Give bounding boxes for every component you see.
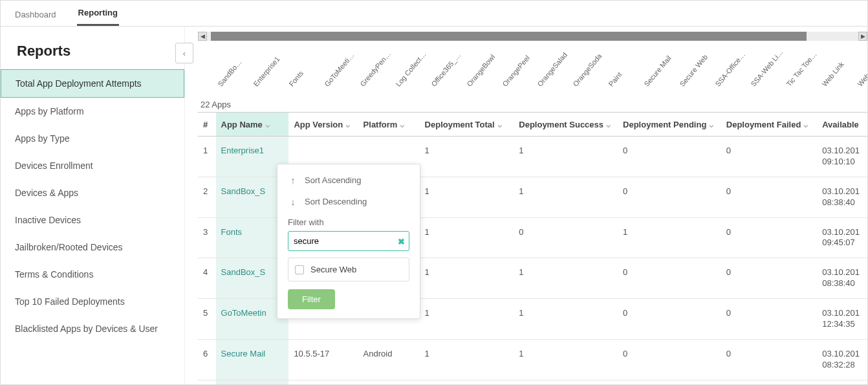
- cell-success: 1: [514, 339, 618, 380]
- filter-button[interactable]: Filter: [288, 289, 335, 309]
- cell-platform: Windows Mobile: [358, 380, 420, 385]
- cell-success: 1: [514, 137, 618, 177]
- cell-total: 1: [420, 299, 514, 340]
- cell-pending: 0: [618, 258, 721, 299]
- report-item[interactable]: Apps by Platform: [1, 98, 184, 125]
- cell-total: 1: [420, 339, 514, 380]
- cell-success: 1: [514, 380, 618, 385]
- sidebar-title: Reports: [1, 27, 184, 69]
- cell-total: 1: [420, 217, 514, 258]
- cell-failed: 0: [721, 137, 817, 177]
- cell-failed: 0: [721, 177, 817, 217]
- report-item[interactable]: Devices & Apps: [1, 179, 184, 206]
- chart-scrollbar[interactable]: ◀ ▶: [204, 32, 861, 41]
- cell-pending: 0: [618, 380, 721, 385]
- chart-axis-strip: ◀ ▶ SandBo…Enterprise1FontsGoToMeeti…Gre…: [198, 32, 867, 93]
- cell-failed: 0: [721, 217, 817, 258]
- cell-app-name[interactable]: Secure Mail: [216, 339, 289, 380]
- filter-option-row[interactable]: Secure Web: [288, 258, 409, 281]
- cell-platform: Android: [358, 339, 420, 380]
- col-platform[interactable]: Platform⌄: [358, 113, 420, 137]
- cell-num: 2: [198, 177, 216, 217]
- report-list: Total App Deployment AttemptsApps by Pla…: [1, 69, 184, 342]
- filter-with-label: Filter with: [277, 212, 420, 231]
- checkbox-icon[interactable]: [295, 265, 304, 274]
- col-deploy-success[interactable]: Deployment Success⌄: [514, 113, 618, 137]
- report-item[interactable]: Total App Deployment Attempts: [1, 69, 184, 98]
- cell-num: 3: [198, 217, 216, 258]
- cell-app-name[interactable]: GreedyPenguins: [216, 380, 289, 385]
- cell-num: 7: [198, 380, 216, 385]
- chevron-down-icon[interactable]: ⌄: [264, 119, 272, 129]
- cell-success: 0: [514, 217, 618, 258]
- cell-pending: 0: [618, 339, 721, 380]
- sort-ascending-option[interactable]: ↑ Sort Ascending: [277, 170, 420, 191]
- chevron-down-icon[interactable]: ⌄: [708, 119, 715, 129]
- cell-failed: 0: [721, 380, 817, 385]
- col-deploy-total[interactable]: Deployment Total⌄: [420, 113, 514, 137]
- cell-version: 10.5.5-17: [288, 339, 358, 380]
- cell-failed: 0: [721, 258, 817, 299]
- arrow-down-icon: ↓: [288, 196, 298, 207]
- cell-total: 1: [420, 258, 514, 299]
- cell-total: 1: [420, 137, 514, 177]
- cell-num: 6: [198, 339, 216, 380]
- col-app-name[interactable]: App Name⌄: [216, 113, 289, 137]
- cell-available: 03.10.20108:38:40: [817, 258, 867, 299]
- chevron-down-icon[interactable]: ⌄: [398, 119, 406, 129]
- cell-pending: 0: [618, 299, 721, 340]
- cell-failed: 0: [721, 339, 817, 380]
- cell-version: [288, 380, 358, 385]
- cell-available: 03.10.20109:45:07: [817, 217, 867, 258]
- report-item[interactable]: Inactive Devices: [1, 206, 184, 234]
- tab-reporting[interactable]: Reporting: [77, 1, 119, 26]
- arrow-up-icon: ↑: [288, 175, 298, 186]
- cell-available: 03.10.20109:10:10: [817, 137, 867, 177]
- cell-available: 03.10.20113:01:50: [817, 380, 867, 385]
- sort-descending-option[interactable]: ↓ Sort Descending: [277, 191, 420, 212]
- chevron-down-icon[interactable]: ⌄: [605, 119, 613, 129]
- clear-input-icon[interactable]: ✖: [398, 236, 405, 246]
- cell-pending: 1: [618, 217, 721, 258]
- cell-success: 1: [514, 258, 618, 299]
- sidebar: ‹ Reports Total App Deployment AttemptsA…: [1, 27, 185, 385]
- report-item[interactable]: Devices Enrollment: [1, 152, 184, 179]
- cell-available: 03.10.20108:38:40: [817, 177, 867, 217]
- cell-num: 5: [198, 299, 216, 340]
- cell-failed: 0: [721, 299, 817, 340]
- col-deploy-pending[interactable]: Deployment Pending⌄: [618, 113, 721, 137]
- cell-success: 1: [514, 177, 618, 217]
- cell-available: 03.10.20108:32:28: [817, 339, 867, 380]
- tab-dashboard[interactable]: Dashboard: [14, 3, 58, 26]
- chevron-down-icon[interactable]: ⌄: [496, 119, 504, 129]
- scroll-left-button[interactable]: ◀: [198, 32, 207, 41]
- report-item[interactable]: Apps by Type: [1, 125, 184, 152]
- col-app-version[interactable]: App Version⌄: [288, 113, 358, 137]
- column-filter-popup: ↑ Sort Ascending ↓ Sort Descending Filte…: [277, 164, 420, 319]
- scroll-thumb-right[interactable]: [807, 32, 858, 41]
- cell-success: 1: [514, 299, 618, 340]
- cell-pending: 0: [618, 177, 721, 217]
- table-row[interactable]: 7GreedyPenguinsWindows Mobile110003.10.2…: [198, 380, 867, 385]
- col-available[interactable]: Available: [817, 113, 867, 137]
- report-item[interactable]: Blacklisted Apps by Devices & User: [1, 315, 184, 342]
- col-number[interactable]: #: [198, 113, 216, 137]
- report-item[interactable]: Top 10 Failed Deployments: [1, 288, 184, 315]
- main-content: ◀ ▶ SandBo…Enterprise1FontsGoToMeeti…Gre…: [185, 27, 867, 385]
- scroll-right-button[interactable]: ▶: [858, 32, 867, 41]
- cell-num: 4: [198, 258, 216, 299]
- cell-total: 1: [420, 177, 514, 217]
- chevron-down-icon[interactable]: ⌄: [344, 119, 352, 129]
- top-tabbar: Dashboard Reporting: [1, 1, 867, 27]
- report-item[interactable]: Terms & Conditions: [1, 261, 184, 288]
- col-deploy-failed[interactable]: Deployment Failed⌄: [721, 113, 817, 137]
- cell-num: 1: [198, 137, 216, 177]
- table-row[interactable]: 6Secure Mail10.5.5-17Android110003.10.20…: [198, 339, 867, 380]
- scroll-thumb-left[interactable]: [207, 32, 211, 41]
- chart-x-labels: SandBo…Enterprise1FontsGoToMeeti…GreedyP…: [201, 45, 865, 93]
- report-item[interactable]: Jailbroken/Rooted Devices: [1, 234, 184, 261]
- filter-input[interactable]: [288, 231, 409, 251]
- cell-available: 03.10.20112:34:35: [817, 299, 867, 340]
- chevron-down-icon[interactable]: ⌄: [802, 119, 810, 129]
- cell-pending: 0: [618, 137, 721, 177]
